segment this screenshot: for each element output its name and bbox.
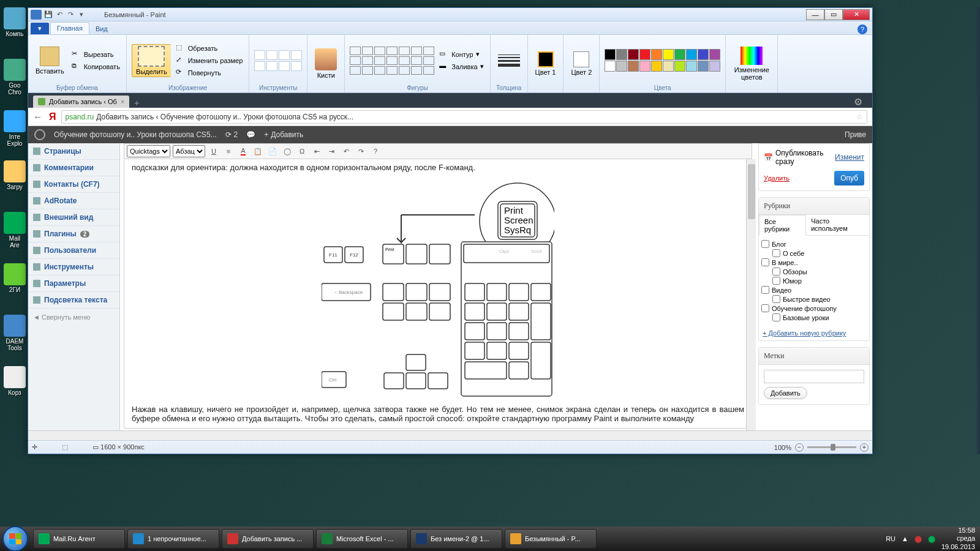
- category-checkbox[interactable]: [761, 304, 769, 312]
- shape-item[interactable]: [374, 66, 385, 75]
- category-item[interactable]: Быстрое видео: [761, 294, 867, 304]
- canvas-hscrollbar[interactable]: [28, 430, 872, 440]
- outdent-button[interactable]: ⇤: [311, 145, 323, 157]
- wp-updates[interactable]: ⟳ 2: [225, 130, 238, 139]
- tab-frequent-categories[interactable]: Часто используем: [806, 215, 869, 235]
- editor-scrollbar[interactable]: [746, 159, 756, 430]
- indent-button[interactable]: ⇥: [325, 145, 337, 157]
- shape-item[interactable]: [423, 66, 434, 75]
- shape-item[interactable]: [386, 66, 398, 75]
- color2-button[interactable]: Цвет 2: [568, 50, 594, 77]
- select-button[interactable]: Выделить: [132, 44, 171, 77]
- color-swatch[interactable]: [674, 61, 685, 72]
- color-swatch[interactable]: [686, 49, 697, 60]
- category-item[interactable]: В мире..: [761, 258, 867, 267]
- category-item[interactable]: Обзоры: [761, 267, 867, 276]
- sidebar-item[interactable]: Инструменты: [28, 259, 119, 276]
- edit-colors-button[interactable]: Изменение цветов: [731, 45, 772, 82]
- shape-item[interactable]: [362, 47, 373, 55]
- browser-settings-icon[interactable]: ⚙: [854, 96, 862, 108]
- file-tab[interactable]: ▾: [31, 23, 49, 34]
- sidebar-item[interactable]: AdRotate: [28, 193, 119, 209]
- wp-site-name[interactable]: Обучение фотошопу и.. Уроки фотошопа CS5…: [54, 130, 217, 139]
- publish-button[interactable]: Опуб: [834, 171, 864, 186]
- desktop-icon[interactable]: DAEMTools: [2, 315, 27, 351]
- justify-button[interactable]: ≡: [222, 145, 235, 157]
- color-swatch[interactable]: [616, 61, 627, 72]
- taskbar-button[interactable]: Безымянный - P...: [505, 529, 597, 549]
- undo-button[interactable]: ↶: [340, 145, 352, 157]
- taskbar-button[interactable]: 1 непрочитанное...: [127, 529, 219, 549]
- wp-add-new[interactable]: + Добавить: [264, 130, 303, 139]
- view-tab[interactable]: Вид: [89, 23, 114, 34]
- sidebar-item[interactable]: Контакты (CF7): [28, 176, 119, 193]
- shape-item[interactable]: [399, 56, 410, 65]
- sidebar-item[interactable]: Параметры: [28, 276, 119, 292]
- shape-item[interactable]: [411, 56, 422, 65]
- desktop-icon[interactable]: Загру: [2, 160, 27, 190]
- fill-tool[interactable]: [266, 50, 277, 60]
- zoom-in-button[interactable]: +: [860, 443, 869, 452]
- shape-item[interactable]: [411, 66, 422, 75]
- special-char-button[interactable]: Ω: [296, 145, 308, 157]
- color-swatch[interactable]: [698, 49, 709, 60]
- shape-item[interactable]: [362, 56, 373, 65]
- sidebar-item[interactable]: Внешний вид: [28, 209, 119, 226]
- shape-item[interactable]: [350, 66, 361, 75]
- cut-button[interactable]: ✂Вырезать: [70, 49, 121, 60]
- maximize-button[interactable]: ▭: [824, 9, 843, 20]
- category-checkbox[interactable]: [772, 268, 780, 276]
- category-item[interactable]: О себе: [761, 249, 867, 258]
- post-editor[interactable]: подсказки для ориентира: должна находитс…: [124, 159, 752, 429]
- category-checkbox[interactable]: [772, 277, 780, 285]
- category-item[interactable]: Блог: [761, 239, 867, 249]
- shape-item[interactable]: [423, 56, 434, 65]
- crop-button[interactable]: ⬚Обрезать: [175, 43, 244, 54]
- clock[interactable]: 15:58 среда 19.06.2013: [941, 527, 975, 551]
- bookmark-icon[interactable]: ☆: [856, 113, 863, 121]
- shape-item[interactable]: [350, 56, 361, 65]
- tab-close-icon[interactable]: ×: [121, 98, 124, 105]
- close-button[interactable]: ✕: [843, 9, 870, 20]
- taskbar-button[interactable]: Mail.Ru Агент: [33, 529, 125, 549]
- help-icon[interactable]: ?: [858, 24, 867, 34]
- clear-fmt-button[interactable]: ◯: [281, 145, 293, 157]
- shape-item[interactable]: [411, 47, 422, 55]
- category-checkbox[interactable]: [772, 249, 780, 257]
- resize-button[interactable]: ⤢Изменить размер: [175, 55, 244, 66]
- rotate-button[interactable]: ⟳Повернуть: [175, 67, 244, 78]
- back-button[interactable]: ←: [33, 111, 44, 122]
- category-checkbox[interactable]: [772, 313, 780, 321]
- tray-action-icon[interactable]: ⬤: [914, 535, 922, 543]
- color-swatch[interactable]: [628, 49, 639, 60]
- category-checkbox[interactable]: [761, 258, 769, 266]
- category-item[interactable]: Обучение фотошопу: [761, 304, 867, 313]
- wp-greeting[interactable]: Приве: [845, 130, 866, 139]
- add-tag-button[interactable]: Добавить: [764, 387, 807, 399]
- thickness-button[interactable]: [496, 53, 522, 68]
- desktop-icon[interactable]: GooChro: [2, 59, 27, 96]
- picker-tool[interactable]: [254, 61, 265, 71]
- minimize-button[interactable]: —: [806, 9, 824, 20]
- color-swatch[interactable]: [628, 61, 639, 72]
- sidebar-item[interactable]: Комментарии: [28, 160, 119, 176]
- copy-button[interactable]: ⧉Копировать: [70, 61, 121, 72]
- collapse-menu[interactable]: ◄ Свернуть меню: [28, 309, 119, 326]
- category-item[interactable]: Юмор: [761, 276, 867, 285]
- zoom-out-button[interactable]: −: [795, 443, 804, 452]
- taskbar-button[interactable]: Добавить запись ...: [222, 529, 314, 549]
- shapes-gallery[interactable]: [350, 47, 434, 75]
- shape-item[interactable]: [386, 47, 398, 55]
- editor-font-select[interactable]: Quicktags: [127, 145, 170, 157]
- underline-button[interactable]: U: [208, 145, 220, 157]
- address-bar[interactable]: psand.ru Добавить запись ‹ Обучение фото…: [61, 110, 868, 124]
- lang-indicator[interactable]: RU: [886, 535, 895, 542]
- redo-icon[interactable]: ↷: [66, 10, 75, 19]
- eraser-tool[interactable]: [291, 50, 302, 60]
- textcolor-button[interactable]: A: [237, 145, 249, 157]
- category-checkbox[interactable]: [772, 295, 780, 303]
- category-item[interactable]: Видео: [761, 285, 867, 294]
- pencil-tool[interactable]: [254, 50, 265, 60]
- edit-schedule-link[interactable]: Изменит: [835, 153, 864, 162]
- color-swatch[interactable]: [605, 49, 616, 60]
